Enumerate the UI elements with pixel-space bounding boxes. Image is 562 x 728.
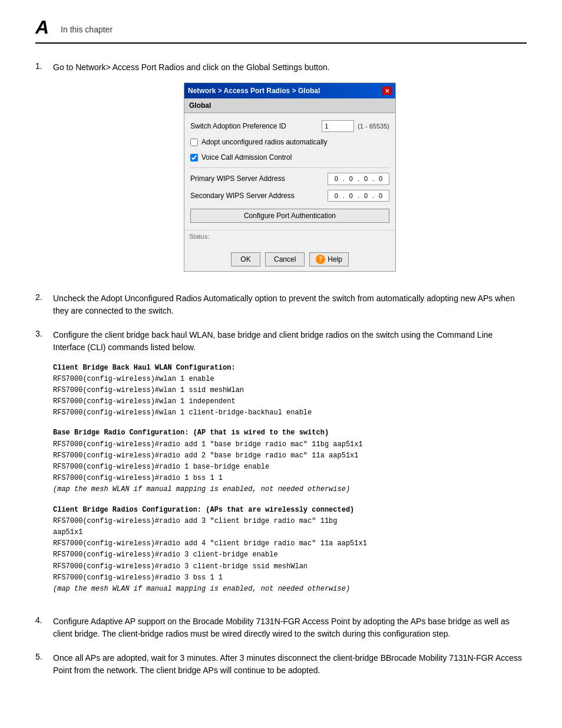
dialog-body: Switch Adoption Preference ID (1 - 65535… <box>184 113 395 230</box>
help-button[interactable]: ? Help <box>309 252 349 266</box>
ok-button[interactable]: OK <box>231 252 260 266</box>
dialog-titlebar: Network > Access Port Radios > Global ✕ <box>184 83 395 98</box>
step-5-number: 5. <box>35 652 53 661</box>
step-2: 2. Uncheck the Adopt Unconfigured Radios… <box>35 292 527 317</box>
dialog-divider-1 <box>190 167 389 168</box>
page-header: A In this chapter <box>35 18 527 44</box>
secondary-ip-1[interactable] <box>330 192 342 199</box>
primary-ip-4[interactable] <box>375 175 386 182</box>
code-block-2-line-1: RFS7000(config-wireless)#radio add 1 "ba… <box>53 439 527 450</box>
adopt-unconfigured-checkbox[interactable] <box>190 139 198 146</box>
primary-wips-label: Primary WIPS Server Address <box>190 173 328 184</box>
code-block-1-line-4: RFS7000(config-wireless)#wlan 1 client-b… <box>53 407 527 419</box>
code-block-2-heading: Base Bridge Radio Configuration: (AP tha… <box>53 427 527 439</box>
step-2-content: Uncheck the Adopt Unconfigured Radios Au… <box>53 292 527 317</box>
secondary-wips-row: Secondary WIPS Server Address . . . <box>190 190 389 202</box>
primary-ip-3[interactable] <box>360 175 372 182</box>
code-block-2-line-4: RFS7000(config-wireless)#radio 1 bss 1 1 <box>53 473 527 484</box>
code-block-1-line-1: RFS7000(config-wireless)#wlan 1 enable <box>53 374 527 385</box>
step-1-content: Go to Network> Access Port Radios and cl… <box>53 61 527 281</box>
step-1: 1. Go to Network> Access Port Radios and… <box>35 61 527 281</box>
chapter-title: In this chapter <box>61 18 113 34</box>
code-block-1-line-3: RFS7000(config-wireless)#wlan 1 independ… <box>53 396 527 407</box>
code-block-2-line-5: (map the mesh WLAN if manual mapping is … <box>53 484 527 495</box>
dialog-title: Network > Access Port Radios > Global <box>188 85 320 96</box>
code-block-3-line-2: aap51x1 <box>53 527 527 538</box>
code-block-3-line-5: RFS7000(config-wireless)#radio 3 client-… <box>53 561 527 572</box>
primary-ip-1[interactable] <box>330 175 342 182</box>
secondary-ip-3[interactable] <box>360 192 372 199</box>
dialog-button-row: OK Cancel ? Help <box>184 249 395 271</box>
chapter-letter: A <box>35 18 49 37</box>
code-block-3: Client Bridge Radios Configuration: (APs… <box>53 505 527 595</box>
step-3-content: Configure the client bridge back haul WL… <box>53 329 527 604</box>
step-3: 3. Configure the client bridge back haul… <box>35 329 527 604</box>
configure-port-auth-button[interactable]: Configure Port Authentication <box>190 209 389 223</box>
code-block-3-line-1: RFS7000(config-wireless)#radio add 3 "cl… <box>53 516 527 527</box>
secondary-wips-ip: . . . <box>328 190 389 202</box>
switch-adoption-input[interactable] <box>322 120 354 132</box>
step-2-number: 2. <box>35 292 53 302</box>
code-block-3-line-6: RFS7000(config-wireless)#radio 3 bss 1 1 <box>53 572 527 584</box>
step-4-content: Configure Adaptive AP support on the Bro… <box>53 615 527 640</box>
code-block-3-line-3: RFS7000(config-wireless)#radio add 4 "cl… <box>53 538 527 549</box>
step-4: 4. Configure Adaptive AP support on the … <box>35 615 527 640</box>
primary-wips-ip: . . . <box>328 173 389 185</box>
dialog-close-button[interactable]: ✕ <box>382 87 392 95</box>
primary-ip-2[interactable] <box>345 175 357 182</box>
code-block-2: Base Bridge Radio Configuration: (AP tha… <box>53 427 527 495</box>
step-5-content: Once all APs are adopted, wait for 3 min… <box>53 652 527 677</box>
code-block-1-line-2: RFS7000(config-wireless)#wlan 1 ssid mes… <box>53 385 527 396</box>
code-block-2-line-2: RFS7000(config-wireless)#radio add 2 "ba… <box>53 450 527 462</box>
step-3-number: 3. <box>35 329 53 338</box>
secondary-ip-2[interactable] <box>345 192 357 199</box>
voice-call-row: Voice Call Admission Control <box>190 152 389 163</box>
dialog-status: Status: <box>184 230 395 243</box>
code-block-3-heading: Client Bridge Radios Configuration: (APs… <box>53 505 527 516</box>
step-1-number: 1. <box>35 61 53 71</box>
step-4-number: 4. <box>35 615 53 625</box>
adopt-unconfigured-label: Adopt unconfigured radios automatically <box>201 137 389 147</box>
switch-adoption-label: Switch Adoption Preference ID <box>190 121 322 131</box>
dialog-container: Network > Access Port Radios > Global ✕ … <box>53 83 527 272</box>
page: A In this chapter 1. Go to Network> Acce… <box>0 0 562 728</box>
secondary-wips-label: Secondary WIPS Server Address <box>190 190 328 201</box>
dialog-section-header: Global <box>184 98 395 113</box>
switch-adoption-range: (1 - 65535) <box>358 121 389 131</box>
switch-adoption-row: Switch Adoption Preference ID (1 - 65535… <box>190 120 389 132</box>
adopt-unconfigured-row: Adopt unconfigured radios automatically <box>190 137 389 147</box>
code-block-2-line-3: RFS7000(config-wireless)#radio 1 base-br… <box>53 462 527 473</box>
primary-wips-row: Primary WIPS Server Address . . . <box>190 173 389 185</box>
code-block-3-line-7: (map the mesh WLAN if manual mapping is … <box>53 584 527 595</box>
help-icon: ? <box>316 255 325 264</box>
network-global-dialog: Network > Access Port Radios > Global ✕ … <box>184 83 396 272</box>
cancel-button[interactable]: Cancel <box>265 252 305 266</box>
code-block-3-line-4: RFS7000(config-wireless)#radio 3 client-… <box>53 549 527 561</box>
secondary-ip-4[interactable] <box>375 192 386 199</box>
voice-call-checkbox[interactable] <box>190 154 198 162</box>
voice-call-label: Voice Call Admission Control <box>201 152 389 163</box>
code-block-1-heading: Client Bridge Back Haul WLAN Configurati… <box>53 363 527 374</box>
step-5: 5. Once all APs are adopted, wait for 3 … <box>35 652 527 677</box>
code-block-1: Client Bridge Back Haul WLAN Configurati… <box>53 363 527 419</box>
